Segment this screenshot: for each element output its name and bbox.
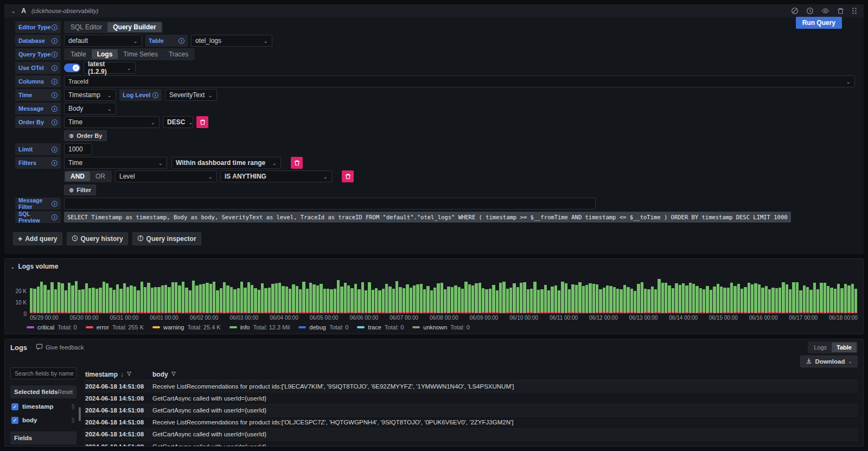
info-icon[interactable]: i	[52, 79, 58, 85]
volume-bar[interactable]	[451, 287, 454, 313]
give-feedback-link[interactable]: Give feedback	[36, 344, 84, 351]
volume-bar[interactable]	[202, 284, 205, 313]
volume-bar[interactable]	[675, 283, 678, 313]
volume-bar[interactable]	[282, 286, 284, 313]
volume-bar[interactable]	[575, 285, 578, 313]
query-history-icon[interactable]	[806, 7, 814, 15]
volume-bar[interactable]	[65, 290, 67, 313]
volume-bar[interactable]	[365, 290, 367, 313]
volume-bar[interactable]	[630, 289, 633, 313]
volume-bar[interactable]	[233, 289, 236, 313]
info-icon[interactable]: i	[52, 214, 58, 220]
volume-bar[interactable]	[447, 287, 450, 313]
drag-handle-icon[interactable]: ⣿	[71, 404, 75, 409]
volume-bar[interactable]	[744, 287, 746, 313]
volume-bar[interactable]	[254, 288, 257, 313]
filter2-field-select[interactable]: Level⌄	[115, 170, 217, 182]
otel-version-select[interactable]: latest (1.2.9)⌄	[84, 62, 136, 74]
volume-bar[interactable]	[437, 283, 439, 313]
volume-bar[interactable]	[116, 284, 119, 313]
volume-bar[interactable]	[195, 285, 198, 313]
volume-bar[interactable]	[216, 290, 219, 313]
volume-bar[interactable]	[789, 289, 792, 313]
volume-bar[interactable]	[565, 283, 567, 313]
volume-bar[interactable]	[192, 281, 195, 313]
volume-bar[interactable]	[824, 283, 826, 313]
order-by-direction-select[interactable]: DESC⌄	[163, 116, 193, 128]
volume-bar[interactable]	[261, 283, 264, 313]
info-icon[interactable]: i	[52, 92, 58, 98]
volume-bar[interactable]	[420, 284, 423, 313]
volume-bar[interactable]	[654, 289, 657, 313]
volume-bar[interactable]	[95, 289, 98, 313]
volume-bar[interactable]	[796, 282, 799, 313]
legend-item-unknown[interactable]: unknownTotal: 0	[412, 324, 470, 331]
volume-bar[interactable]	[178, 285, 181, 313]
legend-item-warning[interactable]: warningTotal: 25.4 K	[152, 324, 221, 331]
volume-bar[interactable]	[430, 290, 433, 313]
volume-bar[interactable]	[189, 290, 192, 313]
volume-bar[interactable]	[340, 287, 343, 313]
volume-bar[interactable]	[199, 284, 202, 313]
volume-bar[interactable]	[778, 288, 781, 313]
volume-bar[interactable]	[803, 285, 806, 313]
info-icon[interactable]: i	[52, 160, 58, 166]
info-icon[interactable]: i	[178, 38, 184, 44]
volume-bar[interactable]	[264, 288, 267, 313]
volume-bar[interactable]	[175, 282, 177, 313]
volume-bar[interactable]	[520, 283, 522, 313]
volume-bar[interactable]	[61, 283, 63, 313]
volume-bar[interactable]	[251, 285, 253, 313]
volume-bar[interactable]	[289, 289, 291, 313]
info-icon[interactable]: i	[52, 65, 58, 71]
boolean-option-and[interactable]: AND	[65, 171, 90, 181]
volume-bar[interactable]	[816, 289, 819, 313]
volume-bar[interactable]	[603, 288, 605, 313]
hide-response-icon[interactable]	[821, 7, 829, 15]
volume-bar[interactable]	[406, 284, 409, 313]
query-type-option-time-series[interactable]: Time Series	[118, 49, 163, 59]
volume-bar[interactable]	[185, 288, 188, 313]
volume-bar[interactable]	[544, 285, 547, 313]
volume-bar[interactable]	[837, 284, 840, 313]
query-type-option-traces[interactable]: Traces	[163, 49, 194, 59]
info-icon[interactable]: i	[52, 38, 58, 44]
volume-bar[interactable]	[717, 284, 719, 313]
volume-bar[interactable]	[834, 289, 837, 313]
volume-bar[interactable]	[206, 283, 208, 313]
volume-bar[interactable]	[513, 283, 515, 313]
volume-bar[interactable]	[530, 289, 533, 313]
chart-plot-area[interactable]	[30, 276, 858, 314]
volume-bar[interactable]	[786, 284, 788, 313]
volume-bar[interactable]	[106, 283, 108, 313]
volume-bar[interactable]	[699, 288, 702, 313]
volume-bar[interactable]	[278, 283, 281, 313]
volume-bar[interactable]	[799, 290, 802, 313]
volume-bar[interactable]	[606, 285, 609, 313]
reset-fields-button[interactable]: Reset	[58, 389, 73, 395]
disable-query-icon[interactable]	[791, 7, 799, 15]
volume-bar[interactable]	[213, 282, 215, 313]
volume-bar[interactable]	[720, 287, 723, 313]
volume-bar[interactable]	[40, 282, 43, 313]
volume-bar[interactable]	[209, 284, 212, 313]
volume-bar[interactable]	[665, 283, 667, 313]
download-button[interactable]: Download ⌄	[800, 355, 858, 367]
volume-bar[interactable]	[609, 286, 612, 313]
volume-bar[interactable]	[627, 287, 629, 313]
volume-bar[interactable]	[240, 282, 243, 313]
volume-bar[interactable]	[88, 288, 91, 313]
volume-bar[interactable]	[468, 284, 471, 313]
volume-bar[interactable]	[713, 287, 716, 313]
volume-bar[interactable]	[161, 285, 164, 313]
volume-bar[interactable]	[641, 282, 643, 313]
volume-bar[interactable]	[703, 289, 705, 313]
volume-bar[interactable]	[368, 282, 371, 313]
volume-bar[interactable]	[306, 289, 309, 313]
volume-bar[interactable]	[592, 284, 595, 313]
volume-bar[interactable]	[571, 284, 574, 313]
volume-bar[interactable]	[554, 285, 557, 313]
volume-bar[interactable]	[775, 288, 778, 313]
volume-bar[interactable]	[768, 289, 771, 313]
volume-bar[interactable]	[182, 282, 184, 313]
